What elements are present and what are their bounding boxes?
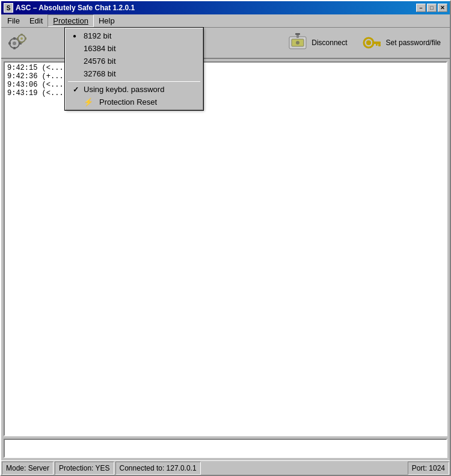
svg-rect-2 [13,37,16,40]
title-bar-left: S ASC – Absolutely Safe Chat 1.2.0.1 [4,3,135,13]
svg-rect-16 [295,33,300,35]
main-area: 9:42:15 (<... Инициирует работу чата... … [1,59,450,460]
window-controls: – □ ✕ [416,4,447,12]
status-bar: Mode: Server Protection: YES Connected t… [1,460,450,475]
minimize-button[interactable]: – [416,4,426,12]
chat-input[interactable] [4,439,447,458]
menu-protection[interactable]: Protection [48,14,94,27]
menu-bar: File Edit Protection Help 8192 bit 16384… [1,14,450,28]
window-title: ASC – Absolutely Safe Chat 1.2.0.1 [16,4,135,12]
dropdown-bit24576[interactable]: 24576 bit [66,55,203,67]
bit8192-label: 8192 bit [84,31,111,40]
svg-rect-11 [25,37,26,40]
disconnect-button[interactable]: Disconnect [282,28,351,57]
input-area [4,439,447,458]
key-icon [361,31,384,54]
chat-log-inner: 9:42:15 (<... Инициирует работу чата... … [7,64,444,434]
dropdown-keybd[interactable]: Using keybd. password [66,83,203,96]
svg-rect-4 [8,42,11,45]
svg-point-14 [296,41,299,45]
dropdown-bit16384[interactable]: 16384 bit [66,42,203,55]
svg-rect-21 [376,44,378,46]
close-button[interactable]: ✕ [438,4,447,12]
svg-rect-8 [20,34,23,36]
keybd-label: Using keybd. password [84,85,164,94]
svg-rect-20 [378,44,381,46]
svg-rect-3 [13,47,16,49]
status-port: Port: 1024 [408,462,449,475]
protection-dropdown: 8192 bit 16384 bit 24576 bit 32768 bit U… [65,28,203,110]
svg-point-18 [366,40,371,45]
menu-protection-label: Protection [53,16,88,25]
svg-rect-10 [17,37,19,40]
main-window: S ASC – Absolutely Safe Chat 1.2.0.1 – □… [0,0,451,476]
bit24576-label: 24576 bit [84,57,116,66]
svg-rect-19 [372,42,381,44]
dropdown-bit32768[interactable]: 32768 bit [66,67,203,80]
svg-point-1 [13,42,16,45]
reset-label: Protection Reset [99,97,157,107]
connect-icon [6,31,29,54]
title-bar: S ASC – Absolutely Safe Chat 1.2.0.1 – □… [1,1,450,14]
svg-rect-9 [20,42,23,43]
status-protection: Protection: YES [55,462,114,475]
set-password-label: Set password/file [386,39,441,47]
set-password-button[interactable]: Set password/file [357,28,445,57]
svg-point-7 [20,37,23,40]
menu-help[interactable]: Help [94,15,120,26]
bit32768-label: 32768 bit [84,69,116,78]
dropdown-separator [68,81,200,82]
app-icon: S [4,3,13,13]
status-connected: Connected to: 127.0.0.1 [115,462,201,475]
gears-svg [6,31,29,54]
menu-file[interactable]: File [2,15,25,26]
maximize-button[interactable]: □ [427,4,437,12]
menu-edit[interactable]: Edit [25,15,48,26]
dropdown-reset[interactable]: ⚡ Protection Reset [66,96,203,108]
chat-log[interactable]: 9:42:15 (<... Инициирует работу чата... … [4,61,447,436]
dropdown-bit8192[interactable]: 8192 bit [66,29,203,42]
lightning-icon: ⚡ [84,97,93,107]
disconnect-icon [286,31,309,54]
bit16384-label: 16384 bit [84,44,116,53]
disconnect-label: Disconnect [311,39,347,47]
status-mode: Mode: Server [2,462,54,475]
